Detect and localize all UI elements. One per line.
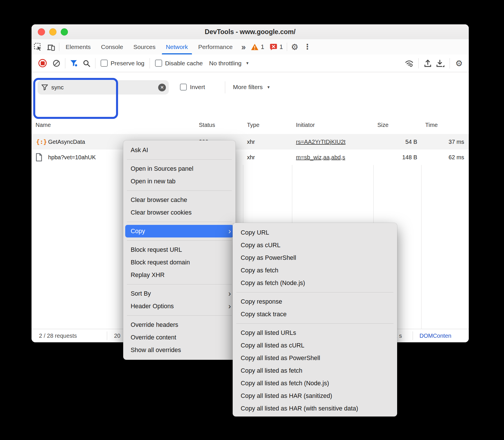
divider xyxy=(150,58,150,68)
tab-sources[interactable]: Sources xyxy=(128,39,161,54)
submenu-item-copy-url[interactable]: Copy URL xyxy=(233,226,397,239)
submenu-chevron-icon: › xyxy=(228,300,231,313)
divider xyxy=(59,43,59,51)
tab-performance[interactable]: Performance xyxy=(193,39,238,54)
menu-item-override-content[interactable]: Override content xyxy=(123,331,236,344)
request-row-hpba[interactable]: hpba?vet=10ahUK xhr m=sb_wiz,aa,abd,s 14… xyxy=(32,150,469,165)
request-initiator-link[interactable]: rs=AA2YrTtDjKIU2t xyxy=(296,134,346,150)
network-conditions-button[interactable] xyxy=(403,58,415,69)
clear-network-log-button[interactable] xyxy=(50,58,63,69)
menu-separator xyxy=(127,284,232,284)
request-type: xhr xyxy=(247,134,255,150)
divider xyxy=(107,331,107,340)
requests-count: 2 / 28 requests xyxy=(39,329,77,342)
column-header-initiator[interactable]: Initiator xyxy=(296,116,315,134)
submenu-item-copy-all-listed-as-har-sanitized[interactable]: Copy all listed as HAR (sanitized) xyxy=(233,390,397,402)
filter-funnel-icon xyxy=(70,60,78,67)
document-icon xyxy=(36,153,42,162)
menu-item-block-request-domain[interactable]: Block request domain xyxy=(123,256,236,269)
divider xyxy=(225,81,225,93)
column-header-status[interactable]: Status xyxy=(199,116,215,134)
menu-item-clear-browser-cache[interactable]: Clear browser cache xyxy=(123,194,236,206)
column-header-name[interactable]: Name xyxy=(36,116,51,134)
more-filters-button[interactable]: More filters ▼ xyxy=(233,84,270,91)
request-time: 62 ms xyxy=(421,150,464,165)
submenu-item-copy-all-listed-as-powershell[interactable]: Copy all listed as PowerShell xyxy=(233,352,397,364)
import-har-button[interactable] xyxy=(421,58,434,69)
submenu-item-copy-as-fetch-nodejs[interactable]: Copy as fetch (Node.js) xyxy=(233,277,397,289)
disable-cache-checkbox[interactable] xyxy=(155,60,162,67)
submenu-item-copy-all-listed-as-curl[interactable]: Copy all listed as cURL xyxy=(233,339,397,352)
menu-separator xyxy=(127,240,232,241)
submenu-item-copy-response[interactable]: Copy response xyxy=(233,295,397,308)
filter-toggle-button[interactable] xyxy=(68,58,80,69)
column-header-type[interactable]: Type xyxy=(247,116,259,134)
export-har-button[interactable] xyxy=(434,58,447,69)
submenu-item-copy-stack-trace[interactable]: Copy stack trace xyxy=(233,308,397,321)
tab-network[interactable]: Network xyxy=(161,39,193,54)
tab-elements[interactable]: Elements xyxy=(60,39,96,54)
devtools-settings-button[interactable]: ⚙ xyxy=(288,39,301,54)
submenu-item-copy-as-curl[interactable]: Copy as cURL xyxy=(233,239,397,252)
request-size: 54 B xyxy=(373,134,417,150)
double-chevron-icon: ›› xyxy=(241,42,245,52)
invert-filter-checkbox[interactable] xyxy=(180,84,187,91)
submenu-item-copy-all-listed-as-fetch[interactable]: Copy all listed as fetch xyxy=(233,364,397,377)
submenu-item-copy-as-powershell[interactable]: Copy as PowerShell xyxy=(233,252,397,264)
throttling-select[interactable]: No throttling xyxy=(209,60,242,67)
tab-console[interactable]: Console xyxy=(96,39,128,54)
disable-cache-label: Disable cache xyxy=(165,60,203,67)
inspect-cursor-icon xyxy=(34,43,42,51)
menu-item-open-in-sources-panel[interactable]: Open in Sources panel xyxy=(123,162,236,175)
clear-filter-button[interactable]: × xyxy=(158,84,166,91)
request-row-getasyncdata[interactable]: {:} GetAsyncData 200 xhr rs=AA2YrTtDjKIU… xyxy=(32,134,469,150)
menu-item-copy[interactable]: Copy › xyxy=(125,225,234,237)
main-menu-button[interactable]: ⋮ xyxy=(301,39,313,54)
submenu-item-copy-all-listed-urls[interactable]: Copy all listed URLs xyxy=(233,327,397,339)
column-header-size[interactable]: Size xyxy=(377,116,389,134)
search-button[interactable] xyxy=(80,58,93,69)
more-tabs-button[interactable]: ›› xyxy=(238,39,248,54)
preserve-log-checkbox[interactable] xyxy=(101,60,108,67)
menu-item-clear-browser-cookies[interactable]: Clear browser cookies xyxy=(123,206,236,219)
copy-submenu: Copy URL Copy as cURL Copy as PowerShell… xyxy=(233,223,397,417)
gear-icon: ⚙ xyxy=(455,58,463,68)
record-network-log-button[interactable] xyxy=(38,59,47,67)
inspect-element-button[interactable] xyxy=(32,39,45,54)
request-name: hpba?vet=10ahUK xyxy=(48,150,96,165)
transferred-size-fragment: 20 xyxy=(114,329,120,342)
errors-badge[interactable]: 1 xyxy=(267,39,286,54)
menu-item-header-options[interactable]: Header Options › xyxy=(123,300,236,313)
request-size: 148 B xyxy=(373,150,417,165)
upload-icon xyxy=(424,59,432,67)
filter-query-text: sync xyxy=(51,84,158,91)
requests-table-header: Name Status Type Initiator Size Time xyxy=(32,116,469,134)
network-settings-button[interactable]: ⚙ xyxy=(453,58,465,68)
menu-separator xyxy=(127,159,232,160)
menu-separator xyxy=(127,190,232,191)
warning-triangle-icon xyxy=(251,44,258,50)
menu-item-open-in-new-tab[interactable]: Open in new tab xyxy=(123,175,236,188)
menu-item-sort-by[interactable]: Sort By › xyxy=(123,287,236,300)
divider xyxy=(450,58,450,68)
menu-item-replay-xhr[interactable]: Replay XHR xyxy=(123,269,236,281)
toggle-device-toolbar-button[interactable] xyxy=(45,39,58,54)
filter-input[interactable]: sync × xyxy=(38,80,169,95)
submenu-item-copy-as-fetch[interactable]: Copy as fetch xyxy=(233,264,397,277)
warnings-badge[interactable]: 1 xyxy=(248,39,267,54)
menu-item-block-request-url[interactable]: Block request URL xyxy=(123,243,236,256)
column-header-time[interactable]: Time xyxy=(425,116,438,134)
dom-content-loaded-link[interactable]: DOMConten xyxy=(419,329,451,342)
invert-label: Invert xyxy=(190,84,205,91)
gear-icon: ⚙ xyxy=(291,42,298,52)
menu-item-ask-ai[interactable]: Ask AI xyxy=(123,144,236,156)
three-dot-menu-icon: ⋮ xyxy=(303,42,311,51)
divider xyxy=(418,58,419,68)
menu-item-override-headers[interactable]: Override headers xyxy=(123,319,236,331)
menu-item-show-all-overrides[interactable]: Show all overrides xyxy=(123,344,236,356)
menu-separator xyxy=(236,323,393,324)
submenu-item-copy-all-listed-as-fetch-nodejs[interactable]: Copy all listed as fetch (Node.js) xyxy=(233,377,397,390)
request-initiator-link[interactable]: m=sb_wiz,aa,abd,s xyxy=(296,150,345,165)
submenu-item-copy-all-listed-as-har-sensitive[interactable]: Copy all listed as HAR (with sensitive d… xyxy=(233,402,397,415)
error-count: 1 xyxy=(279,43,283,51)
